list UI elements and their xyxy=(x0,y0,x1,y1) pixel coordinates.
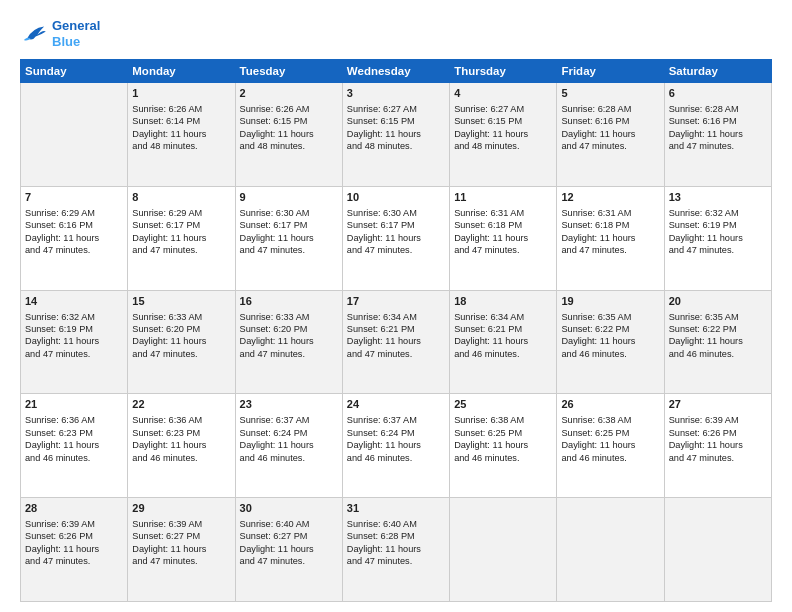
header: General Blue xyxy=(20,18,772,49)
calendar-cell: 25Sunrise: 6:38 AMSunset: 6:25 PMDayligh… xyxy=(450,394,557,498)
day-info: Daylight: 11 hours xyxy=(669,335,767,347)
day-number: 23 xyxy=(240,397,338,412)
calendar-cell: 11Sunrise: 6:31 AMSunset: 6:18 PMDayligh… xyxy=(450,186,557,290)
calendar-cell: 30Sunrise: 6:40 AMSunset: 6:27 PMDayligh… xyxy=(235,498,342,602)
day-info: Daylight: 11 hours xyxy=(669,439,767,451)
day-info: Sunrise: 6:34 AM xyxy=(454,311,552,323)
day-number: 12 xyxy=(561,190,659,205)
logo-bird-icon xyxy=(20,23,48,45)
day-info: and 47 minutes. xyxy=(240,348,338,360)
day-info: and 47 minutes. xyxy=(669,140,767,152)
day-info: Daylight: 11 hours xyxy=(25,232,123,244)
day-info: Sunset: 6:15 PM xyxy=(347,115,445,127)
day-number: 31 xyxy=(347,501,445,516)
day-info: Sunset: 6:20 PM xyxy=(240,323,338,335)
day-info: Sunrise: 6:40 AM xyxy=(240,518,338,530)
day-info: Sunrise: 6:31 AM xyxy=(454,207,552,219)
day-number: 22 xyxy=(132,397,230,412)
calendar-cell: 9Sunrise: 6:30 AMSunset: 6:17 PMDaylight… xyxy=(235,186,342,290)
day-info: Sunset: 6:27 PM xyxy=(132,530,230,542)
day-info: Daylight: 11 hours xyxy=(25,335,123,347)
day-info: Daylight: 11 hours xyxy=(132,232,230,244)
day-info: Sunrise: 6:36 AM xyxy=(132,414,230,426)
day-info: Sunset: 6:20 PM xyxy=(132,323,230,335)
day-number: 20 xyxy=(669,294,767,309)
day-info: Sunset: 6:24 PM xyxy=(240,427,338,439)
day-info: Sunset: 6:23 PM xyxy=(132,427,230,439)
day-info: and 47 minutes. xyxy=(347,555,445,567)
calendar-cell: 5Sunrise: 6:28 AMSunset: 6:16 PMDaylight… xyxy=(557,83,664,187)
day-info: Sunrise: 6:27 AM xyxy=(347,103,445,115)
calendar-cell: 17Sunrise: 6:34 AMSunset: 6:21 PMDayligh… xyxy=(342,290,449,394)
day-info: Daylight: 11 hours xyxy=(132,543,230,555)
calendar-cell: 21Sunrise: 6:36 AMSunset: 6:23 PMDayligh… xyxy=(21,394,128,498)
calendar-cell: 12Sunrise: 6:31 AMSunset: 6:18 PMDayligh… xyxy=(557,186,664,290)
day-number: 7 xyxy=(25,190,123,205)
day-number: 14 xyxy=(25,294,123,309)
weekday-header: Monday xyxy=(128,60,235,83)
day-info: Sunrise: 6:35 AM xyxy=(561,311,659,323)
calendar-cell xyxy=(450,498,557,602)
calendar-cell xyxy=(557,498,664,602)
day-info: Daylight: 11 hours xyxy=(240,335,338,347)
day-info: and 47 minutes. xyxy=(561,244,659,256)
day-number: 21 xyxy=(25,397,123,412)
day-info: and 47 minutes. xyxy=(454,244,552,256)
day-info: and 48 minutes. xyxy=(240,140,338,152)
day-number: 1 xyxy=(132,86,230,101)
day-info: Sunset: 6:28 PM xyxy=(347,530,445,542)
day-info: and 46 minutes. xyxy=(561,348,659,360)
calendar-cell: 4Sunrise: 6:27 AMSunset: 6:15 PMDaylight… xyxy=(450,83,557,187)
day-info: and 48 minutes. xyxy=(347,140,445,152)
day-number: 30 xyxy=(240,501,338,516)
day-info: Daylight: 11 hours xyxy=(347,232,445,244)
day-info: Sunrise: 6:29 AM xyxy=(25,207,123,219)
day-info: Sunrise: 6:30 AM xyxy=(240,207,338,219)
day-number: 9 xyxy=(240,190,338,205)
calendar-cell: 26Sunrise: 6:38 AMSunset: 6:25 PMDayligh… xyxy=(557,394,664,498)
day-info: Sunrise: 6:40 AM xyxy=(347,518,445,530)
day-number: 18 xyxy=(454,294,552,309)
day-info: Sunrise: 6:37 AM xyxy=(240,414,338,426)
day-number: 27 xyxy=(669,397,767,412)
day-info: Sunset: 6:26 PM xyxy=(669,427,767,439)
calendar-cell: 23Sunrise: 6:37 AMSunset: 6:24 PMDayligh… xyxy=(235,394,342,498)
weekday-header: Thursday xyxy=(450,60,557,83)
day-info: and 47 minutes. xyxy=(669,452,767,464)
calendar-cell: 6Sunrise: 6:28 AMSunset: 6:16 PMDaylight… xyxy=(664,83,771,187)
day-info: Sunrise: 6:35 AM xyxy=(669,311,767,323)
day-number: 10 xyxy=(347,190,445,205)
day-info: Daylight: 11 hours xyxy=(347,128,445,140)
day-info: and 46 minutes. xyxy=(25,452,123,464)
calendar-cell: 16Sunrise: 6:33 AMSunset: 6:20 PMDayligh… xyxy=(235,290,342,394)
day-info: Sunrise: 6:38 AM xyxy=(561,414,659,426)
day-info: and 46 minutes. xyxy=(669,348,767,360)
calendar-cell: 29Sunrise: 6:39 AMSunset: 6:27 PMDayligh… xyxy=(128,498,235,602)
day-info: Sunrise: 6:33 AM xyxy=(132,311,230,323)
day-info: Sunset: 6:17 PM xyxy=(132,219,230,231)
day-info: and 47 minutes. xyxy=(561,140,659,152)
calendar-table: SundayMondayTuesdayWednesdayThursdayFrid… xyxy=(20,59,772,602)
day-number: 29 xyxy=(132,501,230,516)
calendar-cell: 15Sunrise: 6:33 AMSunset: 6:20 PMDayligh… xyxy=(128,290,235,394)
page: General Blue SundayMondayTuesdayWednesda… xyxy=(0,0,792,612)
calendar-cell: 22Sunrise: 6:36 AMSunset: 6:23 PMDayligh… xyxy=(128,394,235,498)
day-info: Daylight: 11 hours xyxy=(240,439,338,451)
day-number: 3 xyxy=(347,86,445,101)
day-number: 15 xyxy=(132,294,230,309)
calendar-cell: 19Sunrise: 6:35 AMSunset: 6:22 PMDayligh… xyxy=(557,290,664,394)
day-info: Daylight: 11 hours xyxy=(132,335,230,347)
day-info: Sunset: 6:19 PM xyxy=(25,323,123,335)
day-info: and 46 minutes. xyxy=(347,452,445,464)
day-info: Daylight: 11 hours xyxy=(25,543,123,555)
day-info: Sunrise: 6:33 AM xyxy=(240,311,338,323)
day-info: Sunset: 6:22 PM xyxy=(669,323,767,335)
day-info: Daylight: 11 hours xyxy=(240,543,338,555)
day-number: 5 xyxy=(561,86,659,101)
day-info: Sunset: 6:21 PM xyxy=(454,323,552,335)
day-info: Daylight: 11 hours xyxy=(561,128,659,140)
day-info: and 47 minutes. xyxy=(669,244,767,256)
day-info: and 47 minutes. xyxy=(132,555,230,567)
day-info: Daylight: 11 hours xyxy=(669,232,767,244)
day-info: Sunset: 6:19 PM xyxy=(669,219,767,231)
